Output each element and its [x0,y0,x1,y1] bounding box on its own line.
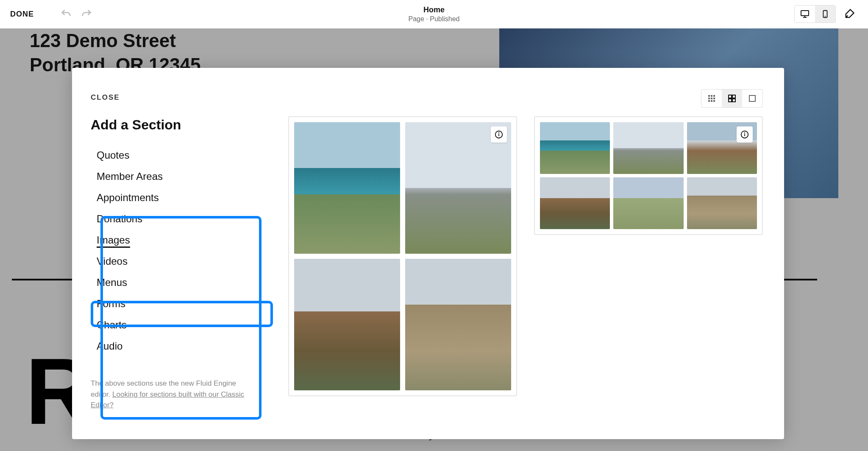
history-buttons [58,6,95,22]
category-appointments[interactable]: Appointments [91,187,270,208]
grid-medium-icon [728,94,736,103]
done-button[interactable]: DONE [10,10,34,19]
svg-rect-17 [732,99,735,102]
svg-point-24 [745,133,745,133]
brush-icon [843,8,855,20]
view-controls [288,89,763,108]
redo-icon [81,8,92,20]
view-large-button[interactable] [742,90,762,107]
svg-rect-10 [713,98,715,99]
page-title: Home [409,6,460,14]
undo-icon [60,8,72,20]
category-quotes[interactable]: Quotes [91,145,270,166]
template-image [294,259,400,390]
category-label: Appointments [97,192,159,203]
undo-button[interactable] [58,6,75,22]
footer-note: The above sections use the new Fluid Eng… [91,378,248,411]
template-image [613,177,683,229]
mobile-icon [821,9,830,19]
classic-editor-link[interactable]: Looking for sections built with our Clas… [91,390,244,409]
styles-button[interactable] [841,6,858,22]
template-image [405,259,511,390]
svg-rect-16 [729,99,732,102]
template-image [294,122,400,254]
category-label: Forms [97,298,125,309]
template-grid [540,122,757,229]
editor-topbar: DONE Home Page · Published [0,0,868,28]
mobile-preview-button[interactable] [815,6,835,22]
svg-rect-0 [801,11,809,16]
template-image [613,122,683,174]
svg-rect-14 [729,95,732,98]
category-label: Quotes [97,149,129,161]
svg-rect-15 [732,95,735,98]
svg-rect-11 [708,100,710,102]
template-info-button[interactable] [737,126,753,143]
svg-rect-6 [711,95,712,97]
category-label: Videos [97,255,128,267]
view-small-button[interactable] [701,90,722,107]
desktop-preview-button[interactable] [795,6,815,22]
modal-content [288,68,784,439]
section-template-3x2[interactable] [534,116,763,235]
category-donations[interactable]: Donations [91,208,270,230]
svg-rect-12 [711,100,712,102]
category-label: Charts [97,319,127,331]
modal-title: Add a Section [91,117,270,133]
address-line-1: 123 Demo Street [30,28,200,53]
template-gallery [288,116,763,396]
template-image [687,177,757,229]
template-image [540,122,610,174]
template-info-button[interactable] [491,126,507,143]
category-menus[interactable]: Menus [91,272,270,293]
category-forms[interactable]: Forms [91,293,270,314]
svg-rect-7 [713,95,715,97]
svg-rect-13 [713,100,715,102]
category-member-areas[interactable]: Member Areas [91,166,270,187]
modal-sidebar: CLOSE Add a Section Quotes Member Areas … [72,68,288,439]
device-preview-group [794,5,836,23]
svg-rect-18 [749,95,755,101]
template-grid [294,122,511,390]
category-label: Menus [97,277,127,288]
category-charts[interactable]: Charts [91,314,270,336]
page-subtitle: Page · Published [409,15,460,23]
svg-point-21 [499,133,499,133]
desktop-icon [800,9,810,19]
topbar-right [794,5,858,23]
category-label: Member Areas [97,171,163,182]
info-icon [740,130,749,139]
category-audio[interactable]: Audio [91,336,270,357]
topbar-left: DONE [10,6,95,22]
info-icon [494,130,504,139]
section-template-2x2[interactable] [288,116,517,396]
template-image [540,177,610,229]
category-label: Images [97,234,130,248]
view-size-group [701,89,763,108]
grid-large-icon [748,94,757,103]
view-medium-button[interactable] [722,90,742,107]
svg-rect-5 [708,95,710,97]
category-list: Quotes Member Areas Appointments Donatio… [91,145,270,357]
grid-small-icon [707,94,716,103]
category-videos[interactable]: Videos [91,251,270,272]
svg-rect-8 [708,98,710,99]
close-button[interactable]: CLOSE [91,93,270,102]
redo-button[interactable] [78,6,95,22]
category-images[interactable]: Images [91,230,270,251]
topbar-center: Home Page · Published [409,6,460,23]
add-section-modal: CLOSE Add a Section Quotes Member Areas … [72,68,784,439]
category-label: Donations [97,213,142,224]
category-label: Audio [97,340,122,352]
svg-rect-9 [711,98,712,99]
